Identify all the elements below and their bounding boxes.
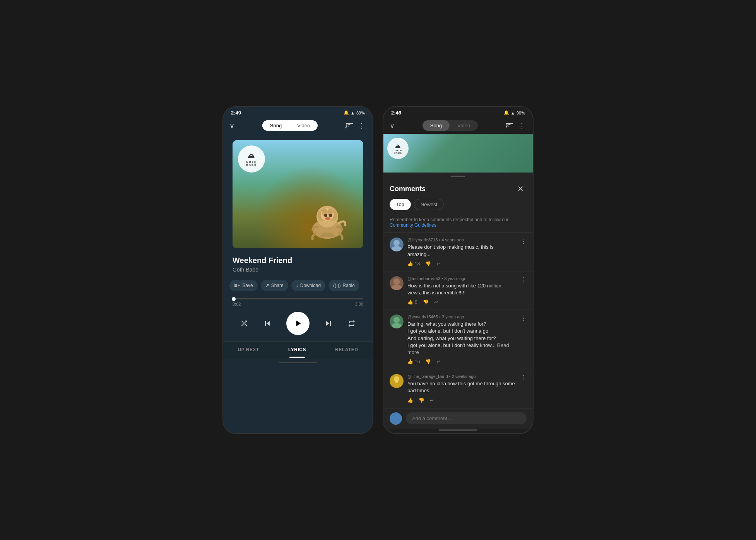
tab-up-next[interactable]: UP NEXT bbox=[234, 345, 263, 354]
download-label: Download bbox=[300, 283, 321, 288]
dislike-button-1[interactable]: 👎 bbox=[425, 261, 431, 267]
like-button-4[interactable]: 👍 bbox=[407, 398, 413, 403]
right-cast-button[interactable] bbox=[506, 123, 513, 129]
reply-icon-3: ↩ bbox=[436, 359, 440, 364]
user-avatar bbox=[390, 412, 402, 425]
album-art: ⛰ GOTH BABE bbox=[233, 140, 363, 248]
progress-fill bbox=[233, 298, 234, 299]
right-back-button[interactable]: ∨ bbox=[390, 121, 395, 130]
download-icon: ↓ bbox=[296, 283, 298, 288]
progress-bar[interactable] bbox=[233, 298, 363, 299]
comment-avatar-3 bbox=[390, 314, 404, 328]
like-button-1[interactable]: 👍 18 bbox=[407, 261, 420, 267]
svg-point-14 bbox=[393, 317, 400, 323]
reply-icon-1: ↩ bbox=[436, 261, 440, 267]
home-indicator-left bbox=[279, 362, 317, 363]
dog-illustration bbox=[298, 188, 352, 243]
svg-point-12 bbox=[393, 279, 400, 285]
right-battery: 90% bbox=[517, 111, 525, 115]
reply-icon-4: ↩ bbox=[430, 398, 434, 403]
download-button[interactable]: ↓ Download bbox=[291, 280, 325, 291]
like-icon-3: 👍 bbox=[407, 359, 413, 364]
comment-actions-2: 👍 9 👎 ↩ bbox=[407, 299, 517, 305]
comment-text-4: You have no idea how this got me through… bbox=[407, 380, 517, 394]
left-status-bar: 2:49 🔔 ▲ 89% bbox=[223, 107, 373, 117]
right-status-icons: 🔔 ▲ 90% bbox=[504, 110, 525, 115]
album-art-container: ⛰ GOTH BABE bbox=[223, 134, 373, 251]
prev-button[interactable] bbox=[263, 319, 272, 328]
read-more-3[interactable]: Read more bbox=[407, 342, 509, 355]
dislike-button-4[interactable]: 👎 bbox=[419, 398, 424, 403]
reply-button-3[interactable]: ↩ bbox=[436, 359, 440, 364]
preview-logo-line2: BABE bbox=[394, 152, 402, 154]
comment-time-1: 4 years ago bbox=[441, 238, 464, 242]
guidelines-link[interactable]: Community Guidelines bbox=[390, 222, 436, 228]
shuffle-button[interactable] bbox=[240, 319, 248, 328]
cast-button[interactable] bbox=[346, 123, 353, 129]
comment-input[interactable] bbox=[406, 412, 527, 424]
right-song-tab[interactable]: Song bbox=[422, 120, 450, 131]
guidelines-text: Remember to keep comments respectful and… bbox=[390, 217, 508, 222]
playback-controls bbox=[223, 308, 373, 341]
tab-related[interactable]: RELATED bbox=[331, 345, 362, 354]
close-comments-button[interactable]: ✕ bbox=[514, 183, 527, 195]
like-button-2[interactable]: 👍 9 bbox=[407, 299, 417, 305]
save-button[interactable]: ≡+ Save bbox=[229, 280, 258, 291]
like-count-3: 16 bbox=[415, 359, 420, 364]
play-button[interactable] bbox=[286, 312, 310, 335]
video-tab[interactable]: Video bbox=[289, 120, 318, 131]
artist-logo: ⛰ GOTH BABE bbox=[238, 145, 265, 173]
next-button[interactable] bbox=[324, 319, 333, 328]
right-phone: 2:46 🔔 ▲ 90% ∨ Song Video ⋮ bbox=[383, 106, 534, 434]
save-label: Save bbox=[242, 283, 253, 288]
like-count-2: 9 bbox=[415, 299, 417, 305]
reply-icon-2: ↩ bbox=[434, 299, 438, 305]
sort-tabs: Top Newest bbox=[383, 199, 533, 214]
comment-item-2: @tristanbarrett53 • 3 years ago How is t… bbox=[383, 272, 533, 310]
more-button[interactable]: ⋮ bbox=[358, 121, 366, 130]
comment-more-3[interactable]: ⋮ bbox=[520, 314, 527, 322]
comment-avatar-2 bbox=[390, 276, 404, 290]
reply-button-2[interactable]: ↩ bbox=[434, 299, 438, 305]
back-button[interactable]: ∨ bbox=[229, 121, 234, 130]
like-icon-2: 👍 bbox=[407, 299, 413, 305]
svg-point-19 bbox=[397, 378, 399, 380]
battery-text: 89% bbox=[356, 111, 365, 115]
total-time: 3:30 bbox=[355, 302, 363, 306]
repeat-button[interactable] bbox=[347, 319, 356, 328]
right-nav-right-icons: ⋮ bbox=[506, 121, 527, 130]
reply-button-4[interactable]: ↩ bbox=[430, 398, 434, 403]
reply-button-1[interactable]: ↩ bbox=[436, 261, 440, 267]
comment-item-3: @waverly15465 • 3 years ago Darling, wha… bbox=[383, 310, 533, 369]
comments-header: Comments ✕ bbox=[383, 177, 533, 199]
comment-username-3: @waverly15465 bbox=[407, 314, 438, 319]
dislike-icon-1: 👎 bbox=[425, 261, 431, 267]
preview-mountain-icon: ⛰ bbox=[395, 143, 401, 149]
comment-meta-3: @waverly15465 • 3 years ago bbox=[407, 314, 517, 319]
drag-handle[interactable] bbox=[383, 173, 533, 177]
song-tab[interactable]: Song bbox=[262, 120, 289, 131]
guidelines-notice: Remember to keep comments respectful and… bbox=[383, 214, 533, 233]
tab-lyrics[interactable]: LYRICS bbox=[284, 345, 310, 354]
right-view-toggle: Song Video bbox=[422, 120, 478, 131]
right-more-button[interactable]: ⋮ bbox=[518, 121, 527, 130]
comment-username-4: @The_Garage_Band bbox=[407, 374, 448, 379]
like-button-3[interactable]: 👍 16 bbox=[407, 359, 420, 364]
right-status-bar: 2:46 🔔 ▲ 90% bbox=[383, 107, 533, 117]
dislike-button-3[interactable]: 👎 bbox=[425, 359, 431, 364]
left-phone: 2:49 🔔 ▲ 89% ∨ Song Video ⋮ bbox=[222, 106, 373, 434]
comment-item: @lillymarie8713 • 4 years ago Please don… bbox=[383, 233, 533, 271]
share-button[interactable]: ↗ Share bbox=[261, 280, 288, 291]
comment-meta-2: @tristanbarrett53 • 3 years ago bbox=[407, 276, 517, 281]
comment-more-1[interactable]: ⋮ bbox=[520, 238, 527, 245]
comment-actions-3: 👍 16 👎 ↩ bbox=[407, 359, 517, 364]
comment-time-separator-4: • bbox=[449, 374, 452, 379]
right-video-tab[interactable]: Video bbox=[450, 120, 478, 131]
comment-more-4[interactable]: ⋮ bbox=[520, 374, 527, 381]
comment-more-2[interactable]: ⋮ bbox=[520, 276, 527, 284]
sort-newest-button[interactable]: Newest bbox=[414, 199, 444, 210]
sort-top-button[interactable]: Top bbox=[390, 199, 411, 210]
radio-button[interactable]: ((·)) Radio bbox=[328, 280, 359, 291]
logo-mountain-icon: ⛰ bbox=[248, 152, 255, 160]
dislike-button-2[interactable]: 👎 bbox=[423, 299, 429, 305]
